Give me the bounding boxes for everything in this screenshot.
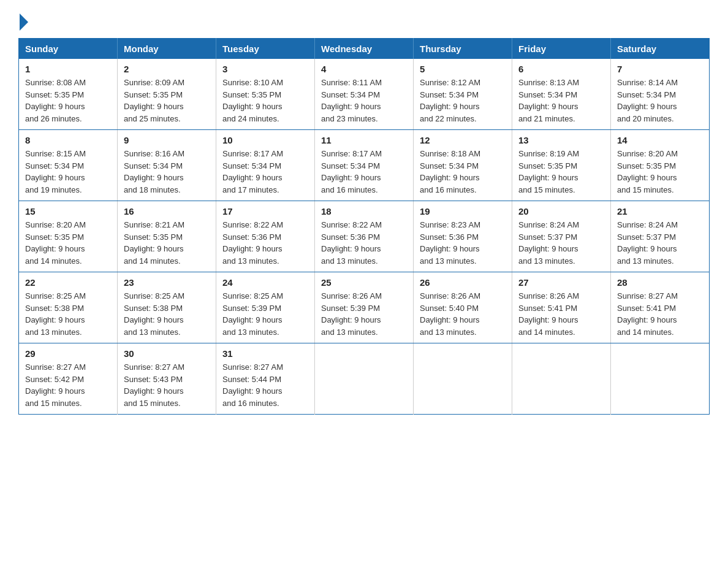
- calendar-cell: 9 Sunrise: 8:16 AMSunset: 5:34 PMDayligh…: [118, 130, 216, 201]
- day-info: Sunrise: 8:09 AMSunset: 5:35 PMDaylight:…: [124, 78, 184, 123]
- day-info: Sunrise: 8:12 AMSunset: 5:34 PMDaylight:…: [420, 78, 480, 123]
- calendar-cell: 13 Sunrise: 8:19 AMSunset: 5:35 PMDaylig…: [512, 130, 611, 201]
- calendar-cell: 20 Sunrise: 8:24 AMSunset: 5:37 PMDaylig…: [512, 201, 611, 272]
- day-info: Sunrise: 8:08 AMSunset: 5:35 PMDaylight:…: [25, 78, 86, 123]
- header-saturday: Saturday: [611, 39, 710, 59]
- day-info: Sunrise: 8:25 AMSunset: 5:39 PMDaylight:…: [222, 291, 283, 337]
- day-number: 30: [124, 348, 210, 359]
- day-info: Sunrise: 8:17 AMSunset: 5:34 PMDaylight:…: [321, 149, 382, 194]
- week-row-2: 8 Sunrise: 8:15 AMSunset: 5:34 PMDayligh…: [19, 130, 710, 201]
- calendar-cell: 21 Sunrise: 8:24 AMSunset: 5:37 PMDaylig…: [611, 201, 710, 272]
- calendar-cell: [611, 343, 710, 415]
- day-number: 5: [420, 64, 506, 74]
- day-number: 23: [124, 277, 210, 288]
- day-info: Sunrise: 8:19 AMSunset: 5:35 PMDaylight:…: [518, 149, 579, 194]
- day-info: Sunrise: 8:26 AMSunset: 5:41 PMDaylight:…: [518, 291, 579, 337]
- day-info: Sunrise: 8:17 AMSunset: 5:34 PMDaylight:…: [222, 149, 283, 194]
- calendar-cell: 3 Sunrise: 8:10 AMSunset: 5:35 PMDayligh…: [216, 59, 315, 130]
- calendar-cell: 16 Sunrise: 8:21 AMSunset: 5:35 PMDaylig…: [118, 201, 216, 272]
- calendar-cell: 27 Sunrise: 8:26 AMSunset: 5:41 PMDaylig…: [512, 272, 611, 343]
- day-number: 19: [420, 206, 506, 216]
- day-info: Sunrise: 8:26 AMSunset: 5:40 PMDaylight:…: [420, 291, 480, 337]
- day-number: 18: [321, 206, 407, 216]
- day-number: 4: [321, 64, 407, 74]
- calendar-cell: 4 Sunrise: 8:11 AMSunset: 5:34 PMDayligh…: [315, 59, 414, 130]
- day-number: 22: [25, 277, 111, 288]
- calendar-cell: 6 Sunrise: 8:13 AMSunset: 5:34 PMDayligh…: [512, 59, 611, 130]
- calendar-cell: 1 Sunrise: 8:08 AMSunset: 5:35 PMDayligh…: [19, 59, 118, 130]
- calendar-cell: 30 Sunrise: 8:27 AMSunset: 5:43 PMDaylig…: [118, 343, 216, 415]
- day-info: Sunrise: 8:15 AMSunset: 5:34 PMDaylight:…: [25, 149, 86, 194]
- calendar-cell: 7 Sunrise: 8:14 AMSunset: 5:34 PMDayligh…: [611, 59, 710, 130]
- calendar-cell: 18 Sunrise: 8:22 AMSunset: 5:36 PMDaylig…: [315, 201, 414, 272]
- calendar-cell: 29 Sunrise: 8:27 AMSunset: 5:42 PMDaylig…: [19, 343, 118, 415]
- day-info: Sunrise: 8:18 AMSunset: 5:34 PMDaylight:…: [420, 149, 480, 194]
- day-info: Sunrise: 8:10 AMSunset: 5:35 PMDaylight:…: [222, 78, 283, 123]
- day-number: 2: [124, 64, 210, 74]
- calendar-cell: 10 Sunrise: 8:17 AMSunset: 5:34 PMDaylig…: [216, 130, 315, 201]
- week-row-5: 29 Sunrise: 8:27 AMSunset: 5:42 PMDaylig…: [19, 343, 710, 415]
- day-number: 28: [617, 277, 703, 288]
- day-number: 24: [222, 277, 308, 288]
- day-info: Sunrise: 8:27 AMSunset: 5:42 PMDaylight:…: [25, 362, 86, 408]
- day-number: 3: [222, 64, 308, 74]
- day-number: 25: [321, 277, 407, 288]
- day-number: 17: [222, 206, 308, 216]
- calendar-cell: 11 Sunrise: 8:17 AMSunset: 5:34 PMDaylig…: [315, 130, 414, 201]
- day-info: Sunrise: 8:11 AMSunset: 5:34 PMDaylight:…: [321, 78, 382, 123]
- day-number: 14: [617, 135, 703, 145]
- header-tuesday: Tuesday: [216, 39, 315, 59]
- calendar-cell: 8 Sunrise: 8:15 AMSunset: 5:34 PMDayligh…: [19, 130, 118, 201]
- day-number: 7: [617, 64, 703, 74]
- day-info: Sunrise: 8:27 AMSunset: 5:41 PMDaylight:…: [617, 291, 678, 337]
- day-number: 10: [222, 135, 308, 145]
- day-info: Sunrise: 8:20 AMSunset: 5:35 PMDaylight:…: [25, 220, 86, 266]
- day-info: Sunrise: 8:27 AMSunset: 5:43 PMDaylight:…: [124, 362, 184, 408]
- day-info: Sunrise: 8:23 AMSunset: 5:36 PMDaylight:…: [420, 220, 480, 266]
- calendar-cell: 19 Sunrise: 8:23 AMSunset: 5:36 PMDaylig…: [414, 201, 512, 272]
- day-number: 8: [25, 135, 111, 145]
- calendar-cell: 15 Sunrise: 8:20 AMSunset: 5:35 PMDaylig…: [19, 201, 118, 272]
- week-row-1: 1 Sunrise: 8:08 AMSunset: 5:35 PMDayligh…: [19, 59, 710, 130]
- day-info: Sunrise: 8:16 AMSunset: 5:34 PMDaylight:…: [124, 149, 184, 194]
- day-number: 9: [124, 135, 210, 145]
- day-number: 26: [420, 277, 506, 288]
- calendar-cell: 12 Sunrise: 8:18 AMSunset: 5:34 PMDaylig…: [414, 130, 512, 201]
- day-info: Sunrise: 8:20 AMSunset: 5:35 PMDaylight:…: [617, 149, 678, 194]
- week-row-3: 15 Sunrise: 8:20 AMSunset: 5:35 PMDaylig…: [19, 201, 710, 272]
- day-number: 15: [25, 206, 111, 216]
- calendar-cell: 28 Sunrise: 8:27 AMSunset: 5:41 PMDaylig…: [611, 272, 710, 343]
- calendar-cell: 26 Sunrise: 8:26 AMSunset: 5:40 PMDaylig…: [414, 272, 512, 343]
- day-info: Sunrise: 8:22 AMSunset: 5:36 PMDaylight:…: [222, 220, 283, 266]
- day-number: 20: [518, 206, 604, 216]
- calendar-cell: 24 Sunrise: 8:25 AMSunset: 5:39 PMDaylig…: [216, 272, 315, 343]
- calendar-cell: [512, 343, 611, 415]
- day-info: Sunrise: 8:14 AMSunset: 5:34 PMDaylight:…: [617, 78, 678, 123]
- week-row-4: 22 Sunrise: 8:25 AMSunset: 5:38 PMDaylig…: [19, 272, 710, 343]
- logo: [18, 12, 28, 26]
- day-number: 31: [222, 348, 308, 359]
- day-number: 1: [25, 64, 111, 74]
- day-number: 13: [518, 135, 604, 145]
- day-number: 11: [321, 135, 407, 145]
- calendar-cell: 23 Sunrise: 8:25 AMSunset: 5:38 PMDaylig…: [118, 272, 216, 343]
- calendar-cell: 2 Sunrise: 8:09 AMSunset: 5:35 PMDayligh…: [118, 59, 216, 130]
- day-number: 21: [617, 206, 703, 216]
- calendar-table: SundayMondayTuesdayWednesdayThursdayFrid…: [18, 38, 710, 415]
- calendar-cell: [315, 343, 414, 415]
- day-number: 6: [518, 64, 604, 74]
- day-info: Sunrise: 8:25 AMSunset: 5:38 PMDaylight:…: [25, 291, 86, 337]
- calendar-cell: 25 Sunrise: 8:26 AMSunset: 5:39 PMDaylig…: [315, 272, 414, 343]
- day-info: Sunrise: 8:25 AMSunset: 5:38 PMDaylight:…: [124, 291, 184, 337]
- calendar-cell: 14 Sunrise: 8:20 AMSunset: 5:35 PMDaylig…: [611, 130, 710, 201]
- calendar-header-row: SundayMondayTuesdayWednesdayThursdayFrid…: [19, 39, 710, 59]
- day-number: 29: [25, 348, 111, 359]
- day-info: Sunrise: 8:26 AMSunset: 5:39 PMDaylight:…: [321, 291, 382, 337]
- day-number: 12: [420, 135, 506, 145]
- calendar-cell: 31 Sunrise: 8:27 AMSunset: 5:44 PMDaylig…: [216, 343, 315, 415]
- day-info: Sunrise: 8:24 AMSunset: 5:37 PMDaylight:…: [617, 220, 678, 266]
- day-number: 27: [518, 277, 604, 288]
- header-friday: Friday: [512, 39, 611, 59]
- day-number: 16: [124, 206, 210, 216]
- day-info: Sunrise: 8:27 AMSunset: 5:44 PMDaylight:…: [222, 362, 283, 408]
